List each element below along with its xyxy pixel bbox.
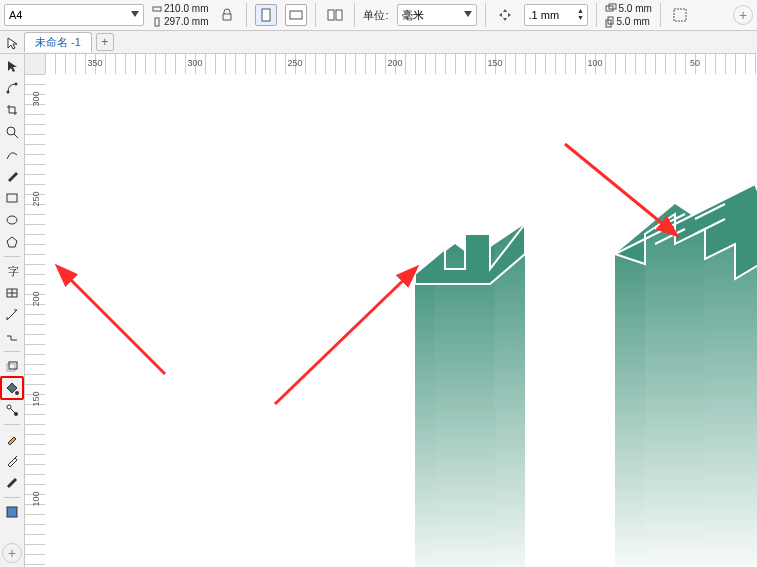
tool-separator xyxy=(4,424,20,425)
nudge-icon xyxy=(498,8,512,22)
freehand-tool[interactable] xyxy=(2,144,22,164)
canvas-area: 350 300 250 200 150 100 50 300 250 200 1… xyxy=(25,54,757,567)
separator xyxy=(660,3,661,27)
svg-rect-0 xyxy=(153,7,161,11)
page-width-row[interactable]: 210.0 mm xyxy=(152,3,208,14)
ruler-vertical[interactable]: 300 250 200 150 100 xyxy=(25,74,46,567)
separator xyxy=(315,3,316,27)
svg-rect-5 xyxy=(336,10,342,20)
svg-marker-34 xyxy=(475,244,495,567)
nudge-value: .1 mm xyxy=(529,9,560,21)
outline-tool[interactable] xyxy=(2,473,22,493)
boundary-button[interactable] xyxy=(669,4,691,26)
ruler-horizontal[interactable]: 350 300 250 200 150 100 50 xyxy=(45,54,757,75)
dimension-tool[interactable] xyxy=(2,305,22,325)
svg-rect-4 xyxy=(328,10,334,20)
dup-h-row[interactable]: 5.0 mm xyxy=(605,16,652,28)
duplicate-offset: 5.0 mm 5.0 mm xyxy=(605,3,652,28)
svg-point-28 xyxy=(7,405,11,409)
nudge-input[interactable]: .1 mm ▲▼ xyxy=(524,4,588,26)
width-icon xyxy=(152,4,162,14)
portrait-button[interactable] xyxy=(255,4,277,26)
units-label: 单位: xyxy=(363,8,388,23)
page-size-value: A4 xyxy=(9,9,22,21)
svg-marker-38 xyxy=(675,204,705,567)
svg-marker-36 xyxy=(615,229,645,567)
pick-tool[interactable] xyxy=(2,56,22,76)
polygon-tool[interactable] xyxy=(2,232,22,252)
facing-pages-button[interactable] xyxy=(324,4,346,26)
ruler-h-tick: 150 xyxy=(487,58,502,68)
shape-tool[interactable] xyxy=(2,78,22,98)
svg-text:字: 字 xyxy=(8,265,19,277)
eyedropper-tool[interactable] xyxy=(2,429,22,449)
svg-line-14 xyxy=(14,134,18,138)
boundary-icon xyxy=(672,7,688,23)
add-button[interactable]: + xyxy=(733,5,753,25)
svg-point-13 xyxy=(7,127,15,135)
artistic-media-tool[interactable] xyxy=(2,166,22,186)
ruler-v-tick: 200 xyxy=(31,291,41,306)
transparency-tool[interactable] xyxy=(2,400,22,420)
file-tab[interactable]: 未命名 -1 xyxy=(24,32,92,52)
connector-tool[interactable] xyxy=(2,327,22,347)
dropdown-icon xyxy=(464,11,472,17)
interactive-fill-tool[interactable] xyxy=(2,451,22,471)
dup-w-value: 5.0 mm xyxy=(619,3,652,14)
svg-rect-30 xyxy=(7,507,17,517)
toolbox: 字 xyxy=(0,54,25,567)
svg-marker-31 xyxy=(415,259,435,567)
document-tabs: 未命名 -1 + xyxy=(0,31,757,54)
svg-marker-32 xyxy=(435,244,455,567)
portrait-icon xyxy=(261,8,271,22)
effects-tool[interactable] xyxy=(2,356,22,376)
page-size-select[interactable]: A4 xyxy=(4,4,144,26)
page-dimensions: 210.0 mm 297.0 mm xyxy=(152,3,208,27)
height-icon xyxy=(152,17,162,27)
landscape-icon xyxy=(289,10,303,20)
landscape-button[interactable] xyxy=(285,4,307,26)
lock-aspect-button[interactable] xyxy=(216,4,238,26)
toolbox-add-button[interactable]: + xyxy=(2,543,22,563)
ruler-h-tick: 50 xyxy=(690,58,700,68)
tool-separator xyxy=(4,351,20,352)
fill-tool[interactable] xyxy=(0,376,24,400)
cursor-icon xyxy=(6,36,20,50)
dup-h-value: 5.0 mm xyxy=(617,16,650,27)
text-tool[interactable]: 字 xyxy=(2,261,22,281)
nudge-icon-button[interactable] xyxy=(494,4,516,26)
ruler-v-tick: 250 xyxy=(31,191,41,206)
units-value: 毫米 xyxy=(402,8,424,23)
page-height-row[interactable]: 297.0 mm xyxy=(152,16,208,27)
page-width-value: 210.0 mm xyxy=(164,3,208,14)
main-area: 字 xyxy=(0,54,757,567)
rectangle-tool[interactable] xyxy=(2,188,22,208)
table-tool[interactable] xyxy=(2,283,22,303)
property-bar: A4 210.0 mm 297.0 mm 单位: 毫米 xyxy=(0,0,757,31)
dup-h-icon xyxy=(605,16,615,28)
zoom-tool[interactable] xyxy=(2,122,22,142)
crop-tool[interactable] xyxy=(2,100,22,120)
file-tab-label: 未命名 -1 xyxy=(35,36,81,48)
svg-point-27 xyxy=(15,391,19,395)
svg-point-29 xyxy=(14,412,18,416)
separator xyxy=(246,3,247,27)
smart-fill-tool[interactable] xyxy=(2,502,22,522)
ruler-h-tick: 250 xyxy=(287,58,302,68)
svg-point-12 xyxy=(15,83,18,86)
tool-separator xyxy=(4,256,20,257)
svg-rect-3 xyxy=(290,11,302,19)
page-height-value: 297.0 mm xyxy=(164,16,208,27)
dup-w-row[interactable]: 5.0 mm xyxy=(605,3,652,14)
ruler-h-tick: 350 xyxy=(87,58,102,68)
separator xyxy=(596,3,597,27)
units-select[interactable]: 毫米 xyxy=(397,4,477,26)
lock-icon xyxy=(221,8,233,22)
spinner-arrows[interactable]: ▲▼ xyxy=(577,7,585,21)
canvas[interactable] xyxy=(45,74,757,567)
ruler-origin[interactable] xyxy=(25,54,46,75)
new-tab-button[interactable]: + xyxy=(96,33,114,51)
ruler-h-tick: 300 xyxy=(187,58,202,68)
ellipse-tool[interactable] xyxy=(2,210,22,230)
artwork-3d-text xyxy=(45,74,757,567)
